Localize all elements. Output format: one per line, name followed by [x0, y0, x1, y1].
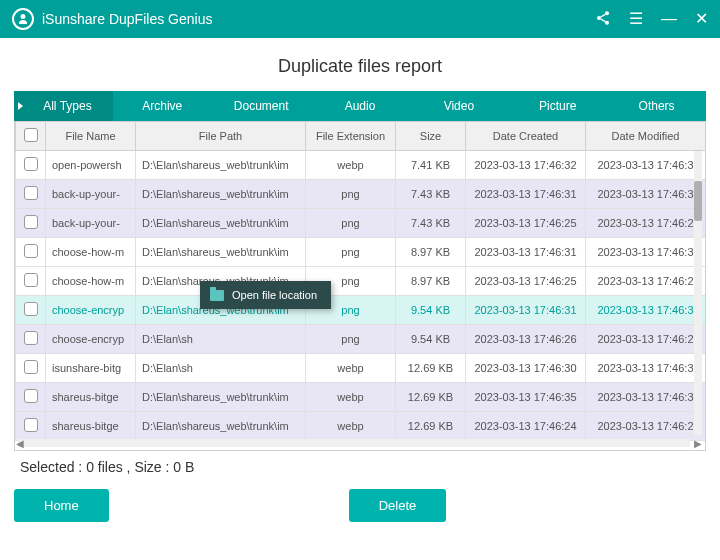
svg-point-2 [605, 20, 609, 24]
cell-modified: 2023-03-13 17:46:3 [586, 238, 706, 267]
row-checkbox[interactable] [16, 209, 46, 238]
cell-name: choose-encryp [46, 296, 136, 325]
cell-created: 2023-03-13 17:46:35 [466, 383, 586, 412]
context-menu[interactable]: Open file location [200, 281, 331, 309]
cell-size: 12.69 KB [396, 354, 466, 383]
tab-audio[interactable]: Audio [311, 91, 410, 121]
home-button[interactable]: Home [14, 489, 109, 522]
cell-created: 2023-03-13 17:46:31 [466, 238, 586, 267]
cell-path: D:\Elan\shareus_web\trunk\im [136, 151, 306, 180]
column-size[interactable]: Size [396, 122, 466, 151]
cell-ext: webp [306, 383, 396, 412]
cell-ext: webp [306, 412, 396, 441]
tab-archive[interactable]: Archive [113, 91, 212, 121]
cell-ext: png [306, 238, 396, 267]
table-row[interactable]: back-up-your-D:\Elan\shareus_web\trunk\i… [16, 180, 706, 209]
cell-modified: 2023-03-13 17:46:3 [586, 180, 706, 209]
cell-created: 2023-03-13 17:46:31 [466, 180, 586, 209]
select-all-header[interactable] [16, 122, 46, 151]
svg-point-0 [605, 11, 609, 15]
file-table: File NameFile PathFile ExtensionSizeDate… [15, 121, 706, 441]
cell-size: 8.97 KB [396, 238, 466, 267]
cell-created: 2023-03-13 17:46:25 [466, 209, 586, 238]
table-row[interactable]: choose-encrypD:\Elan\shpng9.54 KB2023-03… [16, 325, 706, 354]
cell-size: 9.54 KB [396, 296, 466, 325]
row-checkbox[interactable] [16, 354, 46, 383]
table-row[interactable]: shareus-bitgeD:\Elan\shareus_web\trunk\i… [16, 383, 706, 412]
titlebar: iSunshare DupFiles Genius ☰ — ✕ [0, 0, 720, 38]
cell-ext: webp [306, 354, 396, 383]
cell-created: 2023-03-13 17:46:24 [466, 412, 586, 441]
close-icon[interactable]: ✕ [695, 11, 708, 27]
cell-name: choose-how-m [46, 267, 136, 296]
cell-size: 7.43 KB [396, 180, 466, 209]
page-title: Duplicate files report [0, 38, 720, 91]
row-checkbox[interactable] [16, 238, 46, 267]
cell-modified: 2023-03-13 17:46:3 [586, 296, 706, 325]
tab-video[interactable]: Video [409, 91, 508, 121]
row-checkbox[interactable] [16, 180, 46, 209]
cell-created: 2023-03-13 17:46:25 [466, 267, 586, 296]
row-checkbox[interactable] [16, 296, 46, 325]
table-row[interactable]: isunshare-bitgD:\Elan\shwebp12.69 KB2023… [16, 354, 706, 383]
cell-size: 9.54 KB [396, 325, 466, 354]
cell-path: D:\Elan\shareus_web\trunk\im [136, 209, 306, 238]
cell-size: 12.69 KB [396, 412, 466, 441]
share-icon[interactable] [595, 10, 611, 29]
table-row[interactable]: shareus-bitgeD:\Elan\shareus_web\trunk\i… [16, 412, 706, 441]
cell-modified: 2023-03-13 17:46:3 [586, 383, 706, 412]
cell-name: shareus-bitge [46, 383, 136, 412]
cell-created: 2023-03-13 17:46:30 [466, 354, 586, 383]
table-row[interactable]: choose-how-mD:\Elan\shareus_web\trunk\im… [16, 238, 706, 267]
row-checkbox[interactable] [16, 267, 46, 296]
app-title: iSunshare DupFiles Genius [42, 11, 595, 27]
column-file-name[interactable]: File Name [46, 122, 136, 151]
cell-name: open-powersh [46, 151, 136, 180]
menu-icon[interactable]: ☰ [629, 11, 643, 27]
tab-picture[interactable]: Picture [508, 91, 607, 121]
svg-point-1 [597, 16, 601, 20]
cell-name: choose-encryp [46, 325, 136, 354]
horizontal-scrollbar[interactable]: ◀▶ [18, 439, 690, 447]
filter-tabs: All TypesArchiveDocumentAudioVideoPictur… [14, 91, 706, 121]
app-logo-icon [12, 8, 34, 30]
cell-size: 7.41 KB [396, 151, 466, 180]
row-checkbox[interactable] [16, 325, 46, 354]
cell-modified: 2023-03-13 17:46:3 [586, 151, 706, 180]
cell-path: D:\Elan\sh [136, 325, 306, 354]
row-checkbox[interactable] [16, 412, 46, 441]
cell-path: D:\Elan\sh [136, 354, 306, 383]
cell-ext: webp [306, 151, 396, 180]
cell-name: back-up-your- [46, 180, 136, 209]
cell-ext: png [306, 180, 396, 209]
folder-icon [210, 290, 224, 301]
vertical-scrollbar[interactable] [694, 151, 702, 435]
cell-name: shareus-bitge [46, 412, 136, 441]
column-date-created[interactable]: Date Created [466, 122, 586, 151]
row-checkbox[interactable] [16, 151, 46, 180]
table-row[interactable]: back-up-your-D:\Elan\shareus_web\trunk\i… [16, 209, 706, 238]
column-date-modified[interactable]: Date Modified [586, 122, 706, 151]
cell-path: D:\Elan\shareus_web\trunk\im [136, 383, 306, 412]
cell-size: 7.43 KB [396, 209, 466, 238]
column-file-extension[interactable]: File Extension [306, 122, 396, 151]
column-file-path[interactable]: File Path [136, 122, 306, 151]
cell-ext: png [306, 209, 396, 238]
context-menu-label[interactable]: Open file location [232, 289, 317, 301]
table-row[interactable]: choose-encrypD:\Elan\shareus_web\trunk\i… [16, 296, 706, 325]
cell-path: D:\Elan\shareus_web\trunk\im [136, 238, 306, 267]
cell-modified: 2023-03-13 17:46:2 [586, 267, 706, 296]
tab-others[interactable]: Others [607, 91, 706, 121]
cell-modified: 2023-03-13 17:46:2 [586, 325, 706, 354]
tab-all-types[interactable]: All Types [14, 91, 113, 121]
cell-modified: 2023-03-13 17:46:3 [586, 354, 706, 383]
tab-document[interactable]: Document [212, 91, 311, 121]
cell-created: 2023-03-13 17:46:31 [466, 296, 586, 325]
delete-button[interactable]: Delete [349, 489, 447, 522]
cell-path: D:\Elan\shareus_web\trunk\im [136, 180, 306, 209]
cell-name: back-up-your- [46, 209, 136, 238]
minimize-icon[interactable]: — [661, 11, 677, 27]
table-row[interactable]: choose-how-mD:\Elan\shareus_web\trunk\im… [16, 267, 706, 296]
row-checkbox[interactable] [16, 383, 46, 412]
table-row[interactable]: open-powershD:\Elan\shareus_web\trunk\im… [16, 151, 706, 180]
